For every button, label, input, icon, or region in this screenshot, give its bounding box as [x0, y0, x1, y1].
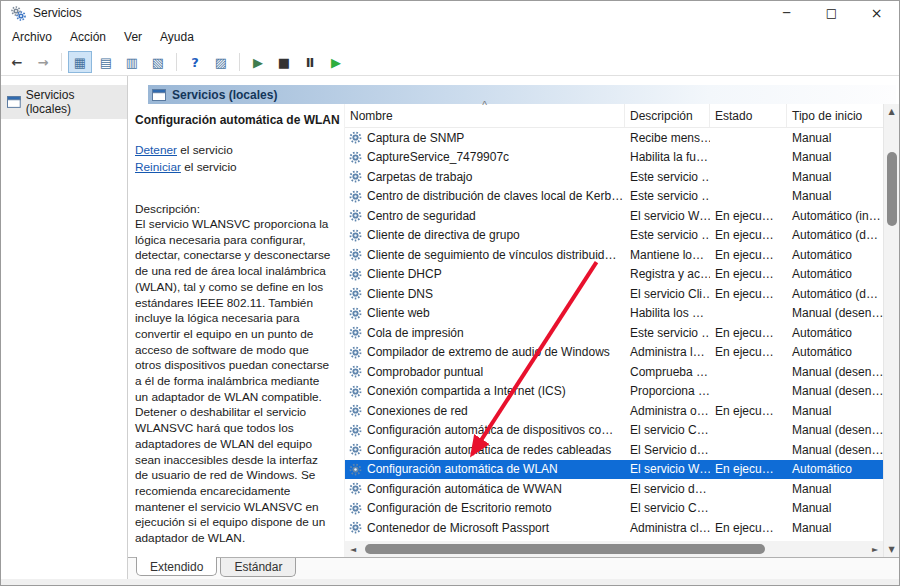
cell-tipo-de-inicio: Manual: [787, 189, 883, 203]
cell-tipo-de-inicio: Manual (desen…: [787, 365, 883, 379]
services-app-icon: [10, 5, 26, 21]
scroll-up-icon[interactable]: ▲: [884, 107, 899, 116]
table-row[interactable]: Carpetas de trabajoEste servicio …Manual: [345, 167, 883, 187]
cell-tipo-de-inicio: Automático: [787, 462, 883, 476]
cell-descripcion: El servicio Cli…: [625, 287, 710, 301]
table-row[interactable]: Centro de distribución de claves local d…: [345, 187, 883, 207]
cell-descripcion: El servicio d…: [625, 482, 710, 496]
horizontal-scrollbar[interactable]: ◄ ►: [345, 541, 883, 557]
pause-service-button[interactable]: Ⅱ: [298, 51, 322, 73]
cell-descripcion: Este servicio …: [625, 228, 710, 242]
refresh-button[interactable]: ▨: [209, 51, 233, 73]
column-header-estado[interactable]: Estado: [710, 104, 787, 127]
content-panel: Servicios (locales) Configuración automá…: [128, 76, 899, 579]
pause-service-icon: Ⅱ: [306, 55, 315, 70]
forward-button[interactable]: →: [31, 51, 55, 73]
table-row[interactable]: Conexiones de redAdministra o…En ejecu…M…: [345, 401, 883, 421]
horizontal-scroll-thumb[interactable]: [365, 544, 765, 554]
sort-ascending-icon: ^: [482, 100, 487, 111]
tab-extendido[interactable]: Extendido: [136, 557, 217, 576]
cell-nombre: Configuración automática de WLAN: [345, 462, 625, 476]
cell-descripcion: El servicio C…: [625, 501, 710, 515]
service-gear-icon: [349, 209, 362, 222]
table-row[interactable]: Configuración automática de WWANEl servi…: [345, 479, 883, 499]
cell-tipo-de-inicio: Manual: [787, 501, 883, 515]
service-gear-icon: [349, 482, 362, 495]
cell-nombre: Cliente web: [345, 306, 625, 320]
cell-descripcion: Administra o…: [625, 404, 710, 418]
service-gear-icon: [349, 326, 362, 339]
cell-nombre: Conexión compartida a Internet (ICS): [345, 384, 625, 398]
menu-archivo[interactable]: Archivo: [3, 27, 61, 47]
cell-descripcion: El Servicio d…: [625, 443, 710, 457]
start-service-icon: ▶: [253, 55, 263, 70]
column-header-label: Tipo de inicio: [792, 109, 862, 123]
cell-estado: En ejecu…: [710, 462, 787, 476]
console-window-button[interactable]: ▤: [94, 51, 118, 73]
table-row[interactable]: Configuración de Escritorio remotoEl ser…: [345, 499, 883, 519]
table-row[interactable]: Conexión compartida a Internet (ICS)Prop…: [345, 382, 883, 402]
close-button[interactable]: ×: [854, 1, 899, 25]
table-row[interactable]: Contenedor de Microsoft PassportAdminist…: [345, 518, 883, 538]
restart-service-link[interactable]: Reiniciar: [135, 160, 181, 174]
back-button[interactable]: ←: [5, 51, 29, 73]
table-row[interactable]: Cliente de directiva de grupoEste servic…: [345, 226, 883, 246]
column-header-tipo-de-inicio[interactable]: Tipo de inicio: [787, 104, 883, 127]
window-controls: ─ □ ×: [764, 1, 899, 25]
stop-service-icon: ■: [278, 55, 290, 70]
help-button[interactable]: ?: [183, 51, 207, 73]
table-row[interactable]: Comprobador puntualComprueba …Manual (de…: [345, 362, 883, 382]
table-row[interactable]: Cliente de seguimiento de vínculos distr…: [345, 245, 883, 265]
vertical-scrollbar[interactable]: ▲ ▼: [883, 104, 899, 557]
properties-button[interactable]: ▧: [146, 51, 170, 73]
table-row[interactable]: CaptureService_7479907cHabilita la fu…Ma…: [345, 148, 883, 168]
start-service-button[interactable]: ▶: [246, 51, 270, 73]
table-row[interactable]: Centro de seguridadEl servicio W…En ejec…: [345, 206, 883, 226]
table-row[interactable]: Cliente DHCPRegistra y ac…En ejecu…Autom…: [345, 265, 883, 285]
cell-nombre: Configuración automática de WWAN: [345, 482, 625, 496]
column-header-label: Descripción: [630, 109, 693, 123]
table-row[interactable]: Configuración automática de dispositivos…: [345, 421, 883, 441]
menu-accio-n[interactable]: Acción: [61, 27, 115, 47]
description-label: Descripción:: [135, 202, 334, 216]
restart-service-button[interactable]: ▶: [324, 51, 348, 73]
show-console-tree-button[interactable]: ▦: [68, 51, 92, 73]
service-gear-icon: [349, 229, 362, 242]
cell-tipo-de-inicio: Manual: [787, 131, 883, 145]
column-header-nombre[interactable]: Nombre^: [345, 104, 625, 127]
scroll-right-icon[interactable]: ►: [867, 545, 883, 554]
menu-ayuda[interactable]: Ayuda: [151, 27, 203, 47]
cell-tipo-de-inicio: Automático (in…: [787, 209, 883, 223]
tabs-bar: ExtendidoEstándar: [128, 557, 899, 579]
tree-item-servicios-locales[interactable]: Servicios (locales): [1, 85, 127, 119]
table-row[interactable]: Cola de impresiónEste servicio …En ejecu…: [345, 323, 883, 343]
stop-service-button[interactable]: ■: [272, 51, 296, 73]
service-gear-icon: [349, 287, 362, 300]
cell-descripcion: Este servicio …: [625, 189, 710, 203]
table-row[interactable]: Compilador de extremo de audio de Window…: [345, 343, 883, 363]
cell-descripcion: Habilita la fu…: [625, 150, 710, 164]
main-area: Servicios (locales) Servicios (locales) …: [1, 75, 899, 579]
table-row[interactable]: Configuración automática de WLANEl servi…: [345, 460, 883, 480]
service-gear-icon: [349, 385, 362, 398]
scroll-down-icon[interactable]: ▼: [884, 545, 899, 554]
menu-ver[interactable]: Ver: [115, 27, 151, 47]
table-row[interactable]: Captura de SNMPRecibe mens…Manual: [345, 128, 883, 148]
cell-nombre: Configuración automática de redes cablea…: [345, 443, 625, 457]
service-gear-icon: [349, 463, 362, 476]
table-row[interactable]: Configuración automática de redes cablea…: [345, 440, 883, 460]
table-row[interactable]: Cliente webHabilita los …Manual (desen…: [345, 304, 883, 324]
minimize-button[interactable]: ─: [764, 1, 809, 25]
restart-link-suffix: el servicio: [181, 160, 237, 174]
table-row[interactable]: Cliente DNSEl servicio Cli…En ejecu…Auto…: [345, 284, 883, 304]
list-header: Nombre^DescripciónEstadoTipo de inicio: [345, 104, 883, 128]
cell-nombre: Centro de seguridad: [345, 209, 625, 223]
toolbar: ←→▦▤▥▧?▨▶■Ⅱ▶: [1, 49, 899, 75]
column-header-descripcio-n[interactable]: Descripción: [625, 104, 710, 127]
vertical-scroll-thumb[interactable]: [887, 152, 897, 226]
scroll-left-icon[interactable]: ◄: [345, 545, 361, 554]
tab-esta-ndar[interactable]: Estándar: [220, 558, 296, 577]
stop-service-link[interactable]: Detener: [135, 143, 177, 157]
maximize-button[interactable]: □: [809, 1, 854, 25]
export-list-button[interactable]: ▥: [120, 51, 144, 73]
